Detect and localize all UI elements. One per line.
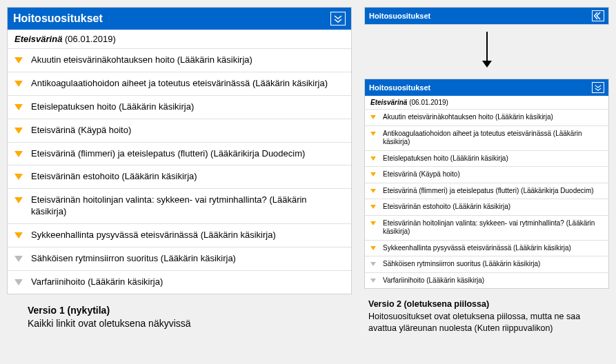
item-label: Eteisvärinän estohoito (Lääkärin käsikir… [31,171,197,183]
panel-version2: Hoitosuositukset Eteisvärinä (06.01.2019… [364,79,609,289]
item-label: Antikoagulaatiohoidon aiheet ja toteutus… [31,78,328,90]
topic-date: (06.01.2019) [409,99,448,106]
caption-v1: Versio 1 (nykytila) Kaikki linkit ovat o… [7,304,191,331]
triangle-down-icon [370,189,376,193]
subheader: Eteisvärinä (06.01.2019) [8,30,351,48]
item-label: Sykkeenhallinta pysyvässä eteisvärinässä… [383,244,571,253]
triangle-down-icon [370,221,376,225]
item-label: Eteisvärinä (Käypä hoito) [31,125,131,136]
list-item[interactable]: Akuutin eteisvärinäkohtauksen hoito (Lää… [8,49,351,72]
list-item[interactable]: Eteisvärinä (Käypä hoito) [8,119,351,143]
list-item[interactable]: Eteislepatuksen hoito (Lääkärin käsikirj… [8,96,351,119]
list-item[interactable]: Eteisvärinän hoitolinjan valinta: sykkee… [8,189,351,224]
item-label: Eteislepatuksen hoito (Lääkärin käsikirj… [31,101,194,113]
panel-collapsed: Hoitosuositukset [364,7,609,25]
list-item[interactable]: Antikoagulaatiohoidon aiheet ja toteutus… [8,72,351,96]
list-item[interactable]: Eteisvärinä (Käypä hoito) [365,167,608,183]
item-label: Eteisvärinän estohoito (Lääkärin käsikir… [383,203,510,212]
triangle-down-icon [14,128,23,134]
list-item[interactable]: Varfariinihoito (Lääkärin käsikirja) [8,271,351,294]
triangle-down-icon [370,172,376,176]
item-label: Akuutin eteisvärinäkohtauksen hoito (Lää… [31,54,252,66]
triangle-down-icon [370,246,376,250]
item-label: Varfariinihoito (Lääkärin käsikirja) [383,276,484,285]
triangle-down-icon [14,174,23,180]
list-item[interactable]: Sykkeenhallinta pysyvässä eteisvärinässä… [365,241,608,257]
triangle-down-icon [370,205,376,209]
list-item[interactable]: Akuutin eteisvärinäkohtauksen hoito (Lää… [365,110,608,126]
list-item[interactable]: Eteislepatuksen hoito (Lääkärin käsikirj… [365,151,608,168]
triangle-down-icon [14,256,23,262]
caption-title: Versio 1 (nykytila) [28,304,191,318]
subheader: Eteisvärinä (06.01.2019) [365,96,608,109]
item-list-v2: Akuutin eteisvärinäkohtauksen hoito (Lää… [365,109,608,288]
topic-label: Eteisvärinä [370,99,407,106]
list-item[interactable]: Eteisvärinä (flimmeri) ja eteislepatus (… [8,143,351,166]
panel-version1: Hoitosuositukset Eteisvärinä (06.01.2019… [7,7,352,294]
triangle-down-icon [14,151,23,157]
list-item[interactable]: Eteisvärinä (flimmeri) ja eteislepatus (… [365,183,608,200]
caption-text: Hoitosuositukset ovat oletuksena piiloss… [368,312,580,334]
panel-header: Hoitosuositukset [8,8,351,30]
item-label: Sähköisen rytminsiirron suoritus (Lääkär… [383,260,540,269]
panel-header-collapsed: Hoitosuositukset [365,8,608,24]
triangle-down-icon [14,197,23,203]
triangle-down-icon [370,279,376,283]
item-label: Eteisvärinän hoitolinjan valinta: sykkee… [383,219,603,236]
item-label: Eteisvärinä (Käypä hoito) [383,170,460,179]
expand-left-icon[interactable] [592,10,604,21]
list-item[interactable]: Varfariinihoito (Lääkärin käsikirja) [365,273,608,289]
triangle-down-icon [370,262,376,266]
list-item[interactable]: Sähköisen rytminsiirron suoritus (Lääkär… [8,247,351,271]
item-label: Eteisvärinä (flimmeri) ja eteislepatus (… [31,148,305,160]
item-label: Sähköisen rytminsiirron suoritus (Lääkär… [31,253,236,265]
collapse-icon[interactable] [330,12,346,26]
item-list-v1: Akuutin eteisvärinäkohtauksen hoito (Lää… [8,48,351,294]
arrow-down-icon [480,32,494,70]
triangle-down-icon [14,279,23,285]
triangle-down-icon [14,81,23,87]
triangle-down-icon [370,156,376,161]
panel-title: Hoitosuositukset [369,12,592,20]
item-label: Akuutin eteisvärinäkohtauksen hoito (Lää… [383,113,553,122]
list-item[interactable]: Eteisvärinän hoitolinjan valinta: sykkee… [365,216,608,241]
topic-label: Eteisvärinä [14,34,62,44]
triangle-down-icon [370,132,376,136]
item-label: Eteisvärinä (flimmeri) ja eteislepatus (… [383,187,594,196]
panel-header: Hoitosuositukset [365,79,608,96]
caption-title: Versio 2 (oletuksena piilossa) [368,299,609,311]
list-item[interactable]: Eteisvärinän estohoito (Lääkärin käsikir… [365,199,608,216]
caption-v2: Versio 2 (oletuksena piilossa) Hoitosuos… [364,299,609,335]
topic-date: (06.01.2019) [65,34,116,44]
item-label: Varfariinihoito (Lääkärin käsikirja) [31,276,163,288]
panel-title: Hoitosuositukset [369,83,592,92]
triangle-down-icon [370,115,376,119]
triangle-down-icon [14,57,23,63]
panel-title: Hoitosuositukset [13,12,330,25]
caption-text: Kaikki linkit ovat oletuksena näkyvissä [28,318,191,329]
item-label: Sykkeenhallinta pysyvässä eteisvärinässä… [31,230,276,241]
collapse-icon[interactable] [592,82,604,93]
item-label: Eteislepatuksen hoito (Lääkärin käsikirj… [383,154,508,163]
triangle-down-icon [14,104,23,110]
item-label: Eteisvärinän hoitolinjan valinta: sykkee… [31,194,344,218]
list-item[interactable]: Eteisvärinän estohoito (Lääkärin käsikir… [8,165,351,189]
list-item[interactable]: Sykkeenhallinta pysyvässä eteisvärinässä… [8,224,351,247]
list-item[interactable]: Antikoagulaatiohoidon aiheet ja toteutus… [365,126,608,151]
triangle-down-icon [14,232,23,239]
item-label: Antikoagulaatiohoidon aiheet ja toteutus… [383,130,603,147]
list-item[interactable]: Sähköisen rytminsiirron suoritus (Lääkär… [365,256,608,273]
